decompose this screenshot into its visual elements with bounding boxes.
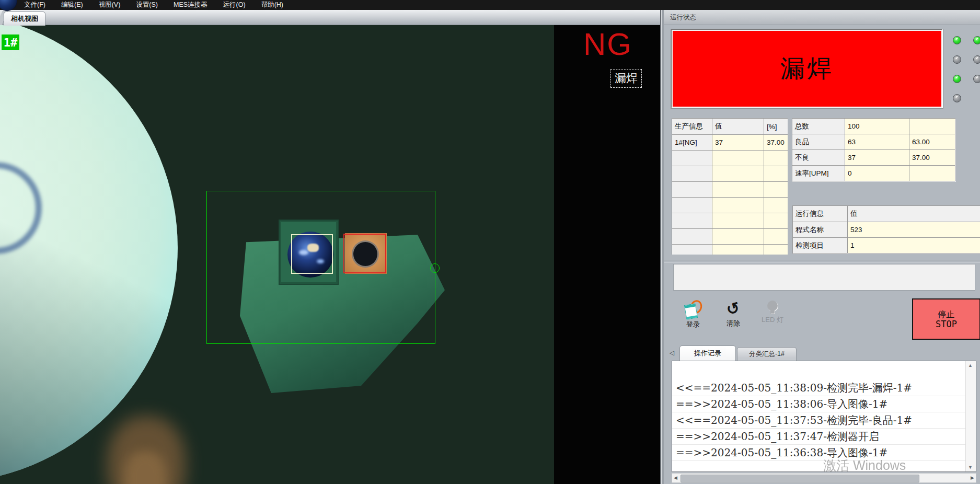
table-cell: 总数 (792, 119, 845, 134)
table-cell (672, 182, 712, 198)
table-cell: 37.00 (764, 135, 788, 151)
table-cell (764, 229, 788, 245)
table-cell (672, 213, 712, 229)
table-header-cell: 值 (712, 119, 764, 135)
login-button[interactable]: 登录 (678, 301, 708, 333)
log-entry: ==>>2024-05-05_11:37:47-检测器开启 (672, 429, 965, 445)
status-led-off (953, 55, 961, 64)
status-led-on (953, 36, 961, 44)
table-cell: 37 (712, 135, 764, 151)
production-table: 生产信息值[%]1#[NG]3737.00 (672, 118, 788, 255)
table-cell: 速率[UPM] (792, 166, 845, 181)
status-led-off (973, 75, 980, 83)
status-banner-text: 漏焊 (780, 52, 834, 85)
table-cell (712, 151, 764, 166)
panel-divider[interactable] (660, 10, 664, 484)
defect-name-tag: 漏焊 (610, 69, 642, 88)
menu-item[interactable]: 运行(O) (223, 1, 246, 9)
activate-windows-watermark: 激活 Windows (823, 457, 906, 474)
scroll-down-icon[interactable]: ▼ (968, 465, 973, 470)
camera-tab-bar: 相机视图 (0, 10, 660, 25)
tab-camera-view[interactable]: 相机视图 (4, 11, 45, 26)
camera-id-badge: 1# (2, 34, 19, 50)
status-led-on (973, 36, 980, 44)
led-light-button[interactable]: LED 灯 (758, 301, 787, 333)
status-panel: 漏焊 生产信息值[%]1#[NG]3737.00 总数100 良品6363.00… (664, 25, 980, 484)
menu-item[interactable]: MES连接器 (174, 1, 207, 9)
stop-button-label-cn: 停止 (938, 309, 955, 319)
light-bulb-icon (767, 301, 778, 313)
led-light-button-label: LED 灯 (762, 315, 783, 325)
status-led-off (973, 55, 980, 64)
scroll-left-icon[interactable]: ◀ (674, 475, 677, 480)
camera-image-disk-shade (0, 25, 178, 483)
log-entry: <<==2024-05-05_11:38:09-检测完毕-漏焊-1# (672, 380, 965, 396)
tab-classification-summary[interactable]: 分类汇总-1# (737, 347, 797, 361)
table-cell (672, 229, 712, 245)
operation-log-panel: <<==2024-05-05_11:38:09-检测完毕-漏焊-1#==>>20… (672, 361, 976, 472)
login-badge-icon (685, 301, 701, 318)
production-table-wrap: 生产信息值[%]1#[NG]3737.00 (672, 118, 788, 255)
table-cell (764, 151, 788, 166)
table-cell (764, 198, 788, 213)
table-cell (712, 213, 764, 229)
table-cell: 100 (845, 119, 909, 134)
vertical-scrollbar[interactable]: ▲ ▼ (965, 361, 976, 471)
status-led-off (953, 94, 961, 102)
menu-item[interactable]: 文件(F) (24, 1, 45, 9)
clear-button[interactable]: ↺ 清除 (719, 301, 748, 333)
table-header-cell: 值 (848, 206, 980, 222)
operation-log-list: <<==2024-05-05_11:38:09-检测完毕-漏焊-1#==>>20… (672, 380, 965, 461)
log-entry: ==>>2024-05-05_11:38:06-导入图像-1# (672, 396, 965, 412)
clear-button-label: 清除 (727, 319, 740, 328)
status-panel-header: 运行状态 (664, 10, 980, 25)
table-cell: 37 (845, 150, 909, 166)
log-entry: ==>>2024-05-05_11:36:38-导入图像-1# (672, 445, 965, 461)
run-info-table: 运行信息值程式名称523检测项目1 (792, 205, 980, 253)
table-cell (764, 245, 788, 255)
camera-viewport: 1# NG 漏焊 (0, 25, 660, 484)
menu-bar: 文件(F)编辑(E)视图(V)设置(S)MES连接器运行(O)帮助(H) (0, 0, 980, 10)
menu-item[interactable]: 帮助(H) (261, 1, 283, 9)
table-cell: 63 (845, 134, 909, 150)
status-led-column-2 (973, 36, 980, 83)
tab-camera-view-label: 相机视图 (11, 14, 38, 24)
table-cell: 不良 (792, 150, 845, 166)
divider-line (664, 260, 980, 262)
menu-item[interactable]: 视图(V) (99, 1, 121, 9)
scroll-up-icon[interactable]: ▲ (968, 363, 973, 368)
table-header-cell: [%] (764, 119, 788, 135)
table-cell: 523 (848, 222, 980, 238)
tab-operation-log[interactable]: 操作记录 (679, 345, 736, 361)
table-cell (712, 166, 764, 182)
table-cell (712, 182, 764, 198)
menu-item[interactable]: 编辑(E) (61, 1, 83, 9)
log-entry: <<==2024-05-05_11:37:53-检测完毕-良品-1# (672, 412, 965, 429)
table-cell (672, 245, 712, 255)
stop-button[interactable]: 停止 STOP (912, 298, 980, 340)
menu-item[interactable]: 设置(S) (136, 1, 158, 9)
status-panel-title: 运行状态 (670, 13, 696, 22)
message-box (673, 264, 975, 291)
tabs-scroll-left-icon[interactable]: ◁ (670, 349, 674, 356)
tab-operation-log-label: 操作记录 (694, 349, 721, 358)
table-cell (764, 182, 788, 198)
table-cell (712, 245, 764, 255)
table-cell: 63.00 (909, 134, 955, 150)
table-header-cell: 生产信息 (672, 119, 712, 135)
table-cell: 1 (848, 238, 980, 253)
scroll-right-icon[interactable]: ▶ (971, 475, 974, 480)
table-cell: 良品 (792, 134, 845, 150)
table-cell (672, 151, 712, 166)
camera-image-black-margin (554, 25, 660, 484)
login-button-label: 登录 (686, 320, 700, 329)
table-cell: 检测项目 (793, 238, 848, 253)
horizontal-scrollbar-thumb[interactable] (681, 475, 919, 482)
table-cell (909, 166, 955, 181)
table-cell (712, 198, 764, 213)
table-cell: 37.00 (909, 150, 955, 166)
roi-handle[interactable] (430, 263, 440, 273)
table-cell (764, 166, 788, 182)
summary-table: 总数100 良品6363.00不良3737.00速率[UPM]0 (792, 118, 955, 181)
horizontal-scrollbar[interactable]: ◀ ▶ (672, 473, 976, 483)
